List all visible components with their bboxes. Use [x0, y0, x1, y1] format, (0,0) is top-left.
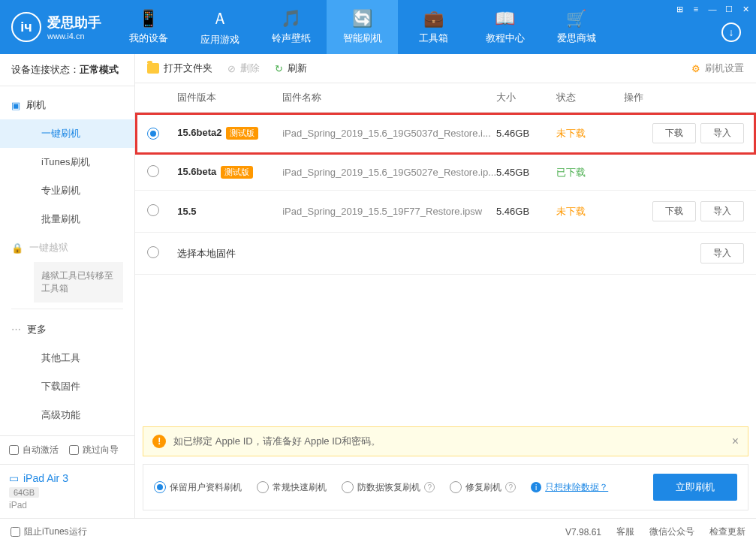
radio-icon — [257, 481, 269, 493]
lock-icon: 🔒 — [11, 242, 23, 254]
table-header: 固件版本 固件名称 大小 状态 操作 — [135, 83, 756, 113]
grid-icon[interactable]: ⊞ — [673, 3, 685, 15]
fw-size: 5.46GB — [496, 206, 556, 217]
delete-button[interactable]: ⊘删除 — [227, 62, 260, 75]
sidebar-item-oneclick[interactable]: 一键刷机 — [0, 119, 134, 148]
open-folder-button[interactable]: 打开文件夹 — [147, 62, 212, 75]
minimize-icon[interactable]: — — [706, 3, 718, 15]
radio-icon[interactable] — [147, 165, 159, 177]
fw-status: 未下载 — [556, 205, 624, 218]
fw-name: iPad_Spring_2019_15.6_19G5037d_Restore.i… — [282, 128, 496, 139]
tablet-icon: ▭ — [9, 472, 19, 484]
nav-apps[interactable]: Ａ应用游戏 — [184, 0, 255, 54]
firmware-row[interactable]: 15.5 iPad_Spring_2019_15.5_19F77_Restore… — [135, 191, 756, 233]
warning-icon: ! — [152, 435, 166, 448]
more-icon: ⋯ — [11, 324, 21, 335]
sidebar-flash-head[interactable]: ▣刷机 — [0, 91, 134, 119]
toolbox-icon: 💼 — [423, 9, 444, 29]
refresh-icon: ↻ — [275, 63, 283, 74]
device-storage: 64GB — [9, 487, 39, 498]
radio-icon[interactable] — [147, 128, 159, 140]
fw-version: 15.6beta2 — [177, 127, 221, 138]
nav-toolbox[interactable]: 💼工具箱 — [398, 0, 469, 54]
sidebar: 设备连接状态：正常模式 ▣刷机 一键刷机 iTunes刷机 专业刷机 批量刷机 … — [0, 54, 135, 518]
sidebar-item-itunes[interactable]: iTunes刷机 — [0, 148, 134, 176]
skip-guide-checkbox[interactable]: 跳过向导 — [69, 444, 119, 456]
book-icon: 📖 — [495, 9, 515, 29]
maximize-icon[interactable]: ☐ — [723, 3, 735, 15]
logo-icon: iч — [11, 12, 41, 42]
beta-badge: 测试版 — [226, 127, 258, 140]
firmware-row[interactable]: 15.6beta2测试版 iPad_Spring_2019_15.6_19G50… — [135, 113, 756, 155]
wechat-link[interactable]: 微信公众号 — [649, 525, 694, 538]
radio-icon[interactable] — [147, 204, 159, 216]
warning-text: 如已绑定 Apple ID，请准备好 Apple ID和密码。 — [173, 435, 381, 448]
gear-icon: ⚙ — [691, 63, 700, 74]
main-panel: 打开文件夹 ⊘删除 ↻刷新 ⚙刷机设置 固件版本 固件名称 大小 状态 操作 1… — [135, 54, 756, 518]
service-link[interactable]: 客服 — [616, 525, 634, 538]
menu-icon[interactable]: ≡ — [690, 3, 702, 15]
import-button[interactable]: 导入 — [700, 201, 744, 221]
nav-tabs: 📱我的设备 Ａ应用游戏 🎵铃声壁纸 🔄智能刷机 💼工具箱 📖教程中心 🛒爱思商城 — [113, 0, 756, 54]
nav-my-device[interactable]: 📱我的设备 — [113, 0, 184, 54]
version-label: V7.98.61 — [565, 527, 601, 537]
radio-icon — [342, 481, 354, 493]
fw-name: iPad_Spring_2019_15.5_19F77_Restore.ipsw — [282, 206, 496, 217]
nav-ringtones[interactable]: 🎵铃声壁纸 — [255, 0, 327, 54]
sidebar-item-batch[interactable]: 批量刷机 — [0, 205, 134, 233]
update-link[interactable]: 检查更新 — [709, 525, 745, 538]
refresh-button[interactable]: ↻刷新 — [275, 62, 307, 75]
firmware-row[interactable]: 15.6beta测试版 iPad_Spring_2019_15.6_19G502… — [135, 155, 756, 191]
radio-icon[interactable] — [147, 246, 159, 258]
radio-icon — [450, 481, 462, 493]
plus-icon: ▣ — [11, 100, 20, 111]
import-button[interactable]: 导入 — [700, 123, 744, 143]
apps-icon: Ａ — [212, 8, 228, 30]
device-type: iPad — [9, 500, 125, 510]
auto-activate-checkbox[interactable]: 自动激活 — [9, 444, 59, 456]
close-icon[interactable]: ✕ — [739, 3, 751, 15]
close-icon[interactable]: × — [732, 435, 739, 448]
sidebar-item-pro[interactable]: 专业刷机 — [0, 176, 134, 205]
device-info[interactable]: ▭iPad Air 3 64GB iPad — [0, 464, 134, 518]
sidebar-item-download[interactable]: 下载固件 — [0, 372, 134, 401]
sidebar-more-head[interactable]: ⋯更多 — [0, 315, 134, 344]
app-title: 爱思助手 — [47, 14, 101, 32]
app-url: www.i4.cn — [47, 32, 101, 41]
toolbar: 打开文件夹 ⊘删除 ↻刷新 ⚙刷机设置 — [135, 54, 756, 83]
nav-flash[interactable]: 🔄智能刷机 — [327, 0, 398, 54]
fw-name: iPad_Spring_2019_15.6_19G5027e_Restore.i… — [282, 167, 496, 178]
divider — [11, 309, 123, 309]
footer: 阻止iTunes运行 V7.98.61 客服 微信公众号 检查更新 — [0, 518, 756, 545]
opt-repair[interactable]: 修复刷机? — [450, 481, 516, 494]
logo: iч 爱思助手 www.i4.cn — [0, 0, 113, 54]
import-button[interactable]: 导入 — [700, 243, 744, 263]
info-icon: i — [531, 482, 541, 492]
local-firmware-row[interactable]: 选择本地固件 导入 — [135, 233, 756, 275]
settings-button[interactable]: ⚙刷机设置 — [691, 62, 744, 75]
fw-version: 15.5 — [177, 206, 196, 217]
delete-icon: ⊘ — [227, 63, 236, 74]
fw-size: 5.45GB — [496, 167, 556, 178]
erase-link[interactable]: 只想抹除数据？ — [545, 481, 608, 494]
start-flash-button[interactable]: 立即刷机 — [653, 474, 737, 501]
sidebar-item-advanced[interactable]: 高级功能 — [0, 401, 134, 429]
sidebar-jailbreak-note: 越狱工具已转移至工具箱 — [34, 262, 123, 303]
warning-bar: ! 如已绑定 Apple ID，请准备好 Apple ID和密码。 × — [143, 426, 748, 456]
music-icon: 🎵 — [281, 9, 301, 29]
fw-status: 未下载 — [556, 127, 624, 140]
opt-normal[interactable]: 常规快速刷机 — [257, 481, 327, 494]
fw-size: 5.46GB — [496, 128, 556, 139]
download-button[interactable]: 下载 — [652, 123, 696, 143]
opt-keep-data[interactable]: 保留用户资料刷机 — [154, 481, 242, 494]
download-icon[interactable]: ↓ — [721, 23, 741, 42]
help-icon[interactable]: ? — [424, 482, 435, 492]
opt-anti-data[interactable]: 防数据恢复刷机? — [342, 481, 435, 494]
help-icon[interactable]: ? — [505, 482, 516, 492]
download-button[interactable]: 下载 — [652, 201, 696, 221]
nav-store[interactable]: 🛒爱思商城 — [541, 0, 612, 54]
sidebar-item-tools[interactable]: 其他工具 — [0, 344, 134, 372]
block-itunes-checkbox[interactable]: 阻止iTunes运行 — [11, 525, 87, 538]
beta-badge: 测试版 — [221, 166, 253, 179]
nav-tutorials[interactable]: 📖教程中心 — [469, 0, 541, 54]
